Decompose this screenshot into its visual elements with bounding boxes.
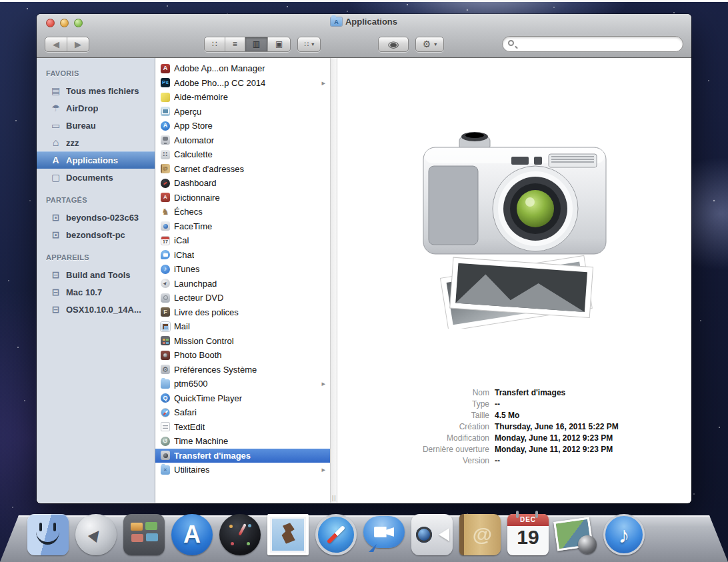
column-resize-handle[interactable]: || — [332, 495, 337, 501]
list-item-label: Dictionnaire — [174, 193, 220, 203]
ichat-icon — [363, 516, 405, 548]
safari-icon — [315, 514, 357, 555]
detail-row: Modification Monday, June 11, 2012 9:23 … — [337, 433, 691, 444]
quicklook-button[interactable]: ◉ — [378, 37, 408, 52]
list-item[interactable]: Launchpad — [155, 277, 330, 291]
action-button[interactable]: ⚙ ▾ — [415, 37, 445, 52]
list-item-label: Launchpad — [174, 279, 217, 289]
list-item[interactable]: Mission Control — [155, 334, 330, 349]
applications-column: Adobe Ap...on Manager Adobe Pho...p CC 2… — [155, 58, 330, 503]
sidebar-item[interactable]: Bureau — [37, 117, 155, 134]
list-item[interactable]: Aide-mémoire — [155, 90, 330, 105]
dock-item[interactable]: DEC 19 — [507, 513, 549, 556]
list-item[interactable]: Livre des polices — [155, 305, 330, 320]
app-store-small-icon — [161, 121, 170, 131]
list-item[interactable]: Dashboard — [155, 176, 330, 191]
dock-item[interactable] — [459, 513, 501, 556]
list-item[interactable]: Adobe Ap...on Manager — [155, 61, 330, 76]
dock-item[interactable] — [75, 513, 117, 556]
list-item[interactable]: Préférences Système — [155, 363, 330, 377]
list-item-label: ptm6500 — [174, 379, 208, 389]
sidebar-item[interactable]: Mac 10.7 — [37, 283, 155, 301]
list-item[interactable]: FaceTime — [155, 219, 330, 234]
list-item[interactable]: TextEdit — [155, 420, 330, 435]
mission-control-icon — [123, 514, 165, 555]
list-item[interactable]: Dictionnaire — [155, 191, 330, 205]
sidebar-item[interactable]: Build and Tools — [37, 266, 155, 283]
dock-item[interactable] — [315, 513, 357, 556]
ichat-small-icon — [161, 250, 170, 259]
list-item[interactable]: QuickTime Player — [155, 391, 330, 406]
list-item[interactable]: Photo Booth — [155, 348, 330, 363]
list-item[interactable]: Carnet d'adresses — [155, 162, 330, 177]
list-item[interactable]: Aperçu — [155, 105, 330, 119]
sidebar-item[interactable]: zzz — [37, 134, 155, 151]
folder-icon — [161, 379, 170, 389]
dock-item[interactable] — [219, 513, 261, 556]
search-input[interactable] — [502, 36, 683, 52]
detail-row: Dernière ouverture Monday, June 11, 2012… — [337, 444, 691, 455]
dock-item[interactable] — [123, 513, 165, 556]
list-item[interactable]: Adobe Pho...p CC 2014 — [155, 76, 330, 91]
sidebar-item[interactable]: AirDrop — [37, 99, 155, 117]
dock-item[interactable] — [363, 513, 405, 556]
column-view-button[interactable]: ▥ — [245, 37, 267, 51]
list-item[interactable]: Transfert d'images — [155, 449, 330, 463]
sidebar-section-appareils: APPAREILS — [37, 249, 155, 266]
list-item[interactable]: Calculette — [155, 147, 330, 162]
detail-label: Type — [337, 399, 489, 410]
sidebar-item[interactable]: Documents — [37, 169, 155, 186]
dock-item[interactable] — [267, 513, 309, 556]
mail-small-icon — [161, 322, 170, 331]
sidebar-item[interactable]: Tous mes fichiers — [37, 82, 155, 99]
list-item[interactable]: Lecteur DVD — [155, 291, 330, 305]
list-item[interactable]: Safari — [155, 405, 330, 420]
dock-item[interactable] — [27, 513, 69, 556]
sidebar-item[interactable]: beyondso-023c63 — [37, 209, 155, 226]
dock-item[interactable] — [171, 513, 213, 556]
forward-button[interactable]: ▶ — [67, 37, 89, 51]
sidebar-item[interactable]: bezondsoft-pc — [37, 226, 155, 243]
list-item[interactable]: Utilitaires — [155, 463, 330, 477]
adobe-application-manager-icon — [161, 64, 170, 73]
photoshop-icon — [161, 78, 170, 87]
list-item[interactable]: iCal — [155, 233, 330, 248]
back-button[interactable]: ◀ — [45, 37, 67, 51]
sidebar-item[interactable]: OSX10.10.0_14A... — [37, 301, 155, 318]
detail-value: 4.5 Mo — [495, 410, 519, 421]
list-item-label: QuickTime Player — [174, 393, 242, 403]
detail-row: Version -- — [337, 455, 691, 467]
applications-folder-proxy-icon[interactable] — [331, 17, 342, 26]
preview-app-icon — [161, 107, 170, 116]
list-item-label: Utilitaires — [174, 465, 209, 475]
dvd-player-icon — [161, 293, 170, 303]
list-view-button[interactable]: ≡ — [225, 37, 245, 51]
list-item[interactable]: iChat — [155, 248, 330, 263]
sidebar-item-label: Mac 10.7 — [66, 287, 102, 297]
dock-item[interactable] — [555, 513, 597, 556]
list-item[interactable]: Échecs — [155, 205, 330, 219]
sidebar-item-label: Build and Tools — [66, 270, 131, 280]
list-item[interactable]: Time Machine — [155, 434, 330, 449]
coverflow-view-icon: ▣ — [275, 39, 283, 49]
window-content: FAVORIS Tous mes fichiers AirDrop Bureau — [37, 58, 691, 503]
titlebar[interactable]: Applications — [37, 14, 691, 31]
list-item[interactable]: Automator — [155, 133, 330, 148]
dock: DEC 19 — [0, 503, 728, 562]
sidebar-item[interactable]: Applications — [37, 151, 155, 169]
window-chrome[interactable]: Applications ◀ ▶ ∷ ≡ ▥ ▣ ∷ ▾ ◉ ⚙ — [37, 14, 691, 58]
coverflow-view-button[interactable]: ▣ — [267, 37, 290, 51]
list-item[interactable]: ptm6500 — [155, 377, 330, 391]
arrange-button[interactable]: ∷ ▾ — [297, 37, 321, 52]
chess-icon — [161, 207, 170, 217]
system-preferences-icon — [161, 365, 170, 374]
list-item-label: Photo Booth — [174, 350, 222, 360]
ical-small-icon — [161, 236, 170, 245]
list-item[interactable]: iTunes — [155, 262, 330, 277]
list-item[interactable]: App Store — [155, 119, 330, 133]
icon-view-button[interactable]: ∷ — [205, 37, 225, 51]
address-book-icon — [459, 514, 501, 555]
list-item[interactable]: Mail — [155, 319, 330, 334]
dock-item[interactable] — [411, 513, 453, 556]
dock-item[interactable] — [603, 513, 645, 556]
